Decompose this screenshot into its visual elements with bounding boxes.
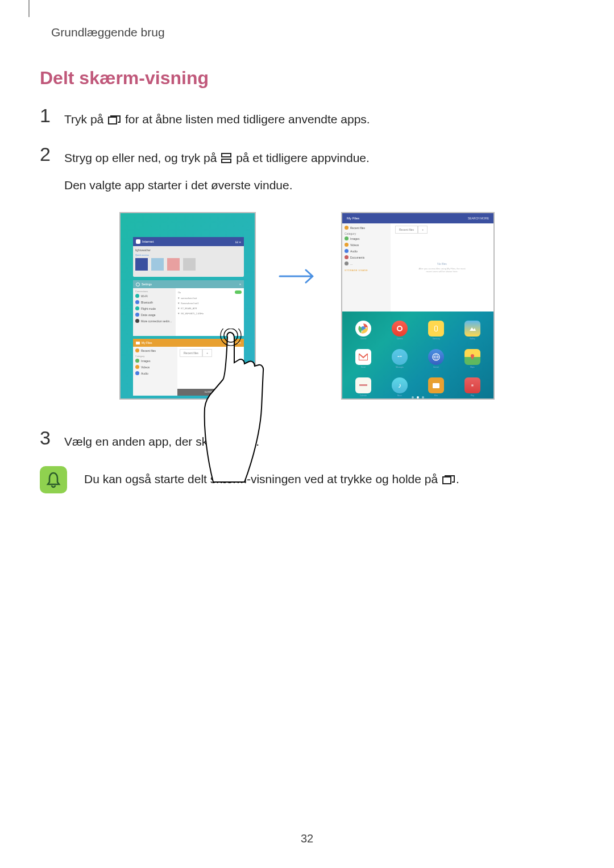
step-1-text: Tryk på for at åbne listen med tidligere… <box>64 106 370 130</box>
no-files-placeholder: No files After you access files using My… <box>416 262 468 273</box>
app-messages: “”Messages <box>389 349 410 368</box>
apps-grid: Chrome Camera Samsung Gallery Gmail “”Me… <box>342 312 493 400</box>
myfiles-header: My Files SEARCH MORE <box>342 213 493 223</box>
mid-item-4: More connection settin... <box>141 319 172 323</box>
left-panel-settings: Settings × Connections Wi-Fi Bluetooth F… <box>133 280 244 336</box>
address-bar: lightweather <box>135 248 242 252</box>
rs-item-4: Documents <box>350 256 364 259</box>
globe-icon <box>136 239 140 244</box>
pager-dots <box>412 396 424 398</box>
svg-rect-1 <box>222 153 231 157</box>
quick-access-label: Quick access <box>135 254 242 256</box>
step-2-after: på et tidligere appvindue. <box>236 151 370 164</box>
note-after: . <box>456 472 459 485</box>
breadcrumb: Grundlæggende brug <box>40 26 574 39</box>
rs-item-5: ... <box>350 262 352 265</box>
rs-tab: Recent files <box>395 226 418 234</box>
thumb-2 <box>151 258 164 271</box>
samsung-icon <box>428 321 444 337</box>
folder-icon <box>136 342 140 344</box>
app-chrome: Chrome <box>352 321 374 340</box>
wifi-1: somewhere#net <box>181 297 197 300</box>
more-icon <box>135 319 139 323</box>
rs-plus: + <box>418 226 428 234</box>
thumb-3 <box>167 258 180 271</box>
section-title: Delt skærm-visning <box>40 68 574 89</box>
rs-item-0: Recent files <box>350 226 365 230</box>
note-text: Du kan også starte delt skærm-visningen … <box>84 472 459 487</box>
app-files: Files <box>425 377 447 397</box>
music-icon: ♪ <box>392 377 408 393</box>
panel-internet-header: Internet ⊟ × <box>133 237 244 246</box>
no-files-sub: After you access files using My Files, t… <box>416 267 468 273</box>
wifi-icon <box>135 294 139 298</box>
panel-top-title: Internet <box>142 240 154 243</box>
right-screenshot: My Files SEARCH MORE Recent files Catego… <box>341 212 495 400</box>
app-music: ♪Music <box>389 377 410 397</box>
svg-rect-8 <box>443 477 451 484</box>
step-1-before: Tryk på <box>64 113 107 126</box>
step-2-line2: Den valgte app starter i det øverste vin… <box>64 175 370 196</box>
close-all-button: CLOSE ALL <box>177 389 244 396</box>
left-panel-internet: Internet ⊟ × lightweather Quick access <box>133 237 244 277</box>
bf-item-0: Recent files <box>141 349 156 352</box>
split-close-icons-2: ⊟ × <box>237 341 241 344</box>
recent-apps-icon-2 <box>442 474 455 487</box>
split-view-icon <box>221 149 231 169</box>
step-number-1: 1 <box>40 106 54 125</box>
close-icon: × <box>239 283 241 286</box>
camera-icon <box>392 321 408 337</box>
app-play: ▦Play <box>462 377 483 397</box>
rs-item-1: Images <box>350 237 359 240</box>
left-screenshot-container: Internet ⊟ × lightweather Quick access <box>119 212 256 400</box>
step-2: 2 Stryg op eller ned, og tryk på på et t… <box>40 144 574 195</box>
step-3: 3 Vælg en anden app, der skal startes. <box>40 428 574 452</box>
maps-icon <box>464 349 480 365</box>
app-maps: Maps <box>462 349 483 368</box>
recent-apps-icon <box>108 110 121 131</box>
myfiles-body: Recent files Category Images Videos Audi… <box>342 223 493 312</box>
note-box: Du kan også starte delt skærm-visningen … <box>40 466 574 493</box>
step-2-before: Stryg op eller ned, og tryk på <box>64 151 220 164</box>
calendar-icon <box>355 377 371 393</box>
mid-item-2: Flight mode <box>141 307 156 310</box>
panel-myfiles-header: My Files ⊟ × <box>133 339 244 347</box>
myfiles-title: My Files <box>347 217 359 220</box>
play-icon: ▦ <box>464 377 480 393</box>
rs-item-3: Audio <box>350 250 358 253</box>
app-samsung: Samsung <box>425 321 447 340</box>
messages-icon: “” <box>392 349 408 365</box>
connections-label: Connections <box>135 290 173 293</box>
step-number-3: 3 <box>40 428 54 447</box>
mid-item-3: Data usage <box>141 313 156 317</box>
no-files-title: No files <box>416 262 468 265</box>
app-camera: Camera <box>389 321 410 340</box>
right-screenshot-container: My Files SEARCH MORE Recent files Catego… <box>341 212 495 400</box>
step-number-2: 2 <box>40 144 54 164</box>
chrome-icon <box>355 321 371 337</box>
split-close-icons: ⊟ × <box>235 240 241 244</box>
step-3-text: Vælg en anden app, der skal startes. <box>64 428 259 452</box>
arrow-icon <box>279 268 318 287</box>
app-gallery: Gallery <box>462 321 483 340</box>
figure-row: Internet ⊟ × lightweather Quick access <box>40 212 574 400</box>
svg-rect-0 <box>109 117 117 124</box>
wifi-3: KT_MLAN_A7R <box>181 307 197 310</box>
panel-bottom-title: My Files <box>142 341 152 344</box>
mid-item-1: Bluetooth <box>141 301 153 304</box>
bf-plus: + <box>202 349 212 357</box>
svg-rect-2 <box>222 159 231 163</box>
thumbs-row <box>135 258 242 271</box>
wifi-4: SK_WiFi9875_2.4GHz <box>181 312 204 315</box>
app-gmail: Gmail <box>352 349 374 368</box>
left-screenshot: Internet ⊟ × lightweather Quick access <box>119 212 256 400</box>
rs-item-2: Videos <box>350 243 359 247</box>
gallery-icon <box>464 321 480 337</box>
bf-item-3: Audio <box>141 372 148 375</box>
mid-item-0: Wi-Fi <box>141 294 148 298</box>
bt-icon <box>135 300 139 304</box>
thumb-4 <box>183 258 196 271</box>
toggle-on-icon <box>235 290 242 294</box>
bf-tab: Recent files <box>180 349 202 357</box>
panel-mid-title: Settings <box>142 283 152 286</box>
